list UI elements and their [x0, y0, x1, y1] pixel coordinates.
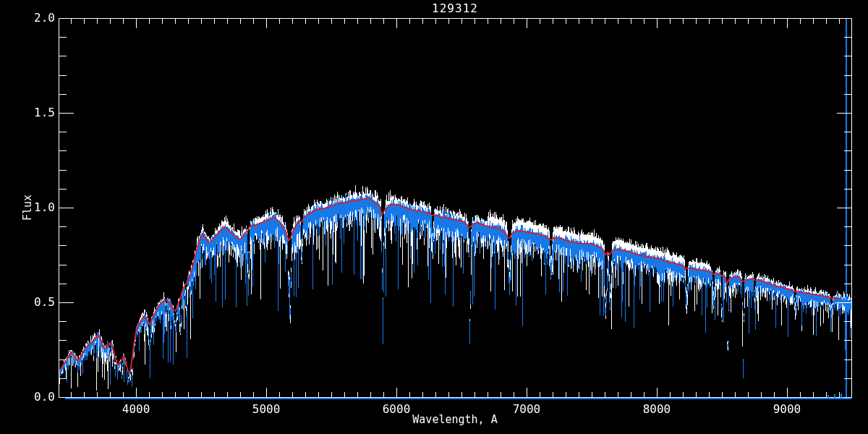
- y-tick-label: 2.0: [20, 12, 55, 25]
- x-axis-label: Wavelength, A: [59, 413, 851, 426]
- spectrum-figure: 129312 Flux Wavelength, A 40005000600070…: [0, 0, 868, 434]
- x-tick-label: 6000: [367, 402, 425, 416]
- y-tick-label: 0.0: [20, 391, 55, 404]
- spectrum-plot-canvas: [0, 0, 868, 434]
- x-tick-label: 9000: [758, 402, 816, 416]
- y-tick-label: 0.5: [20, 296, 55, 309]
- plot-title: 129312: [59, 1, 851, 16]
- y-tick-label: 1.0: [20, 201, 55, 214]
- x-tick-label: 7000: [498, 402, 556, 416]
- y-tick-label: 1.5: [20, 106, 55, 119]
- x-tick-label: 5000: [237, 402, 295, 416]
- x-tick-label: 4000: [107, 402, 165, 416]
- x-tick-label: 8000: [628, 402, 686, 416]
